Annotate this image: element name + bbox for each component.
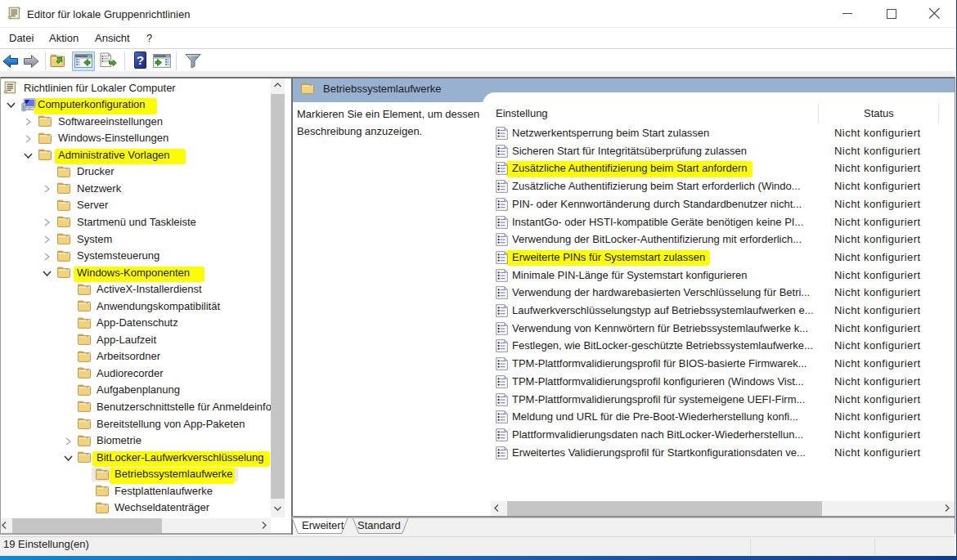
svg-text:?: ? xyxy=(137,53,144,67)
